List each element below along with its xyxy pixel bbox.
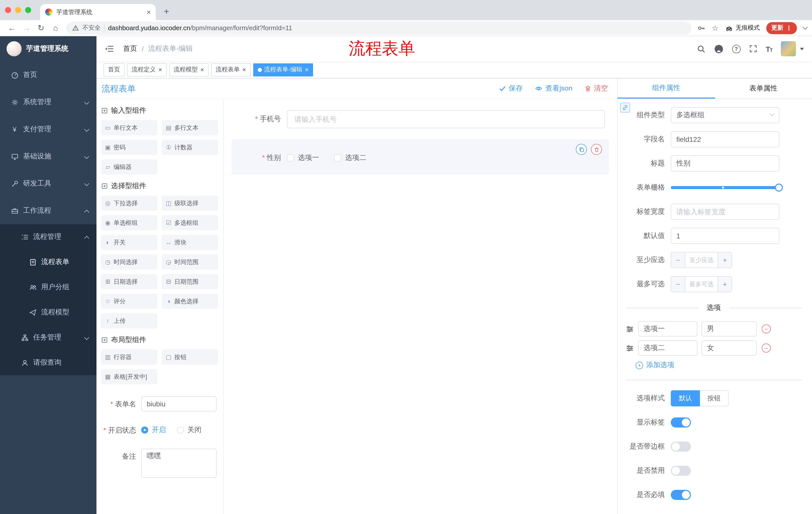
close-tab-icon[interactable]: × — [147, 8, 151, 16]
label-width-input[interactable] — [671, 204, 779, 220]
palette-item-cascader[interactable]: ◫级联选择 — [162, 196, 218, 211]
new-tab-button[interactable]: + — [164, 7, 169, 16]
increase-icon[interactable]: + — [718, 277, 732, 292]
close-icon[interactable]: × — [200, 66, 204, 73]
form-grid-slider[interactable] — [671, 180, 779, 196]
palette-item-time-range[interactable]: ◶时间范围 — [162, 254, 218, 270]
save-button[interactable]: 保存 — [499, 84, 523, 93]
tag-process-form[interactable]: 流程表单× — [211, 63, 251, 76]
component-type-select[interactable]: 多选框组 — [671, 107, 779, 123]
address-bar[interactable]: 不安全 dashboard.yudao.iocoder.cn/bpm/manag… — [66, 21, 691, 34]
style-button-button[interactable]: 按钮 — [700, 390, 729, 406]
style-default-button[interactable]: 默认 — [671, 390, 700, 406]
tag-home[interactable]: 首页 — [104, 63, 125, 76]
palette-item-table[interactable]: ▦表格[开发中] — [101, 369, 157, 384]
slider-handle[interactable] — [775, 184, 783, 192]
palette-item-date-picker[interactable]: ⊞日期选择 — [101, 274, 157, 289]
form-name-input[interactable] — [141, 396, 216, 411]
drag-handle-icon[interactable] — [626, 325, 634, 333]
palette-item-select[interactable]: ◎下拉选择 — [101, 196, 157, 211]
home-icon[interactable]: ⌂ — [49, 21, 62, 34]
user-avatar[interactable] — [781, 41, 796, 56]
disabled-switch[interactable] — [671, 466, 691, 476]
tag-process-form-edit[interactable]: 流程表单-编辑× — [253, 63, 313, 76]
required-switch[interactable] — [671, 490, 691, 500]
palette-item-row-container[interactable]: ▥行容器 — [101, 350, 157, 364]
decrease-icon[interactable]: − — [671, 252, 685, 268]
palette-item-color-picker[interactable]: ◑颜色选择 — [162, 294, 218, 309]
option-value-input[interactable] — [701, 341, 757, 356]
sidebar-item-payment[interactable]: ¥ 支付管理 — [0, 116, 96, 143]
tab-component-props[interactable]: 组件属性 — [617, 78, 715, 99]
palette-item-upload[interactable]: ↑上传 — [101, 313, 157, 328]
palette-item-single-line-text[interactable]: ▭单行文本 — [101, 120, 157, 135]
sidebar-item-task-management[interactable]: 任务管理 — [0, 325, 96, 350]
tag-process-definition[interactable]: 流程定义× — [127, 63, 167, 76]
palette-item-password[interactable]: ▣密码 — [101, 140, 157, 155]
close-icon[interactable]: × — [242, 66, 246, 73]
forward-icon[interactable]: → — [20, 21, 33, 34]
decrease-icon[interactable]: − — [671, 277, 685, 292]
gender-option2-checkbox[interactable]: 选项二 — [334, 154, 366, 162]
sidebar-item-infrastructure[interactable]: 基础设施 — [0, 143, 96, 170]
palette-item-time-picker[interactable]: ◷时间选择 — [101, 254, 157, 270]
minimize-window-button[interactable] — [15, 7, 21, 13]
border-switch[interactable] — [671, 441, 691, 452]
widget-phone[interactable]: 手机号 — [232, 105, 609, 133]
remove-option-icon[interactable]: − — [762, 344, 771, 353]
palette-item-slider[interactable]: ↔滑块 — [162, 235, 218, 250]
status-on-radio[interactable]: 开启 — [141, 426, 166, 435]
title-input[interactable] — [671, 155, 779, 171]
tab-form-props[interactable]: 表单属性 — [715, 78, 812, 99]
min-select-input[interactable] — [685, 252, 718, 268]
palette-item-radio-group[interactable]: ◉单选框组 — [101, 215, 157, 231]
gender-option1-checkbox[interactable]: 选项一 — [287, 154, 319, 162]
option-label-input[interactable] — [638, 321, 697, 336]
security-label[interactable]: 不安全 — [82, 24, 100, 32]
sidebar-toggle-icon[interactable] — [105, 45, 114, 53]
fullscreen-icon[interactable] — [749, 45, 757, 53]
sidebar-item-leave-query[interactable]: 请假查询 — [0, 350, 96, 375]
increase-icon[interactable]: + — [718, 252, 732, 268]
search-icon[interactable] — [697, 45, 705, 53]
palette-item-checkbox-group[interactable]: ☑多选框组 — [162, 215, 218, 231]
copy-widget-button[interactable] — [576, 144, 587, 155]
drag-handle-icon[interactable] — [626, 344, 634, 352]
sidebar-item-devtools[interactable]: 研发工具 — [0, 170, 96, 197]
key-icon[interactable] — [697, 24, 705, 32]
option-label-input[interactable] — [638, 341, 697, 356]
close-window-button[interactable] — [5, 7, 11, 13]
close-icon[interactable]: × — [305, 66, 309, 73]
slider-track[interactable] — [671, 186, 779, 189]
max-select-input[interactable] — [685, 277, 718, 292]
palette-item-multi-line-text[interactable]: ▤多行文本 — [162, 120, 218, 135]
palette-item-date-range[interactable]: ⊟日期范围 — [162, 274, 218, 289]
widget-gender-selected[interactable]: 性别 选项一 选项二 — [232, 139, 609, 174]
sidebar-item-process-management[interactable]: 流程管理 — [0, 224, 96, 249]
sidebar-item-home[interactable]: 首页 — [0, 61, 96, 88]
sidebar-item-process-model[interactable]: 流程模型 — [0, 300, 96, 325]
close-icon[interactable]: × — [158, 66, 162, 73]
bookmark-star-icon[interactable]: ☆ — [712, 23, 719, 32]
link-icon[interactable] — [620, 103, 630, 113]
remove-option-icon[interactable]: − — [762, 324, 771, 333]
phone-input[interactable] — [287, 110, 605, 128]
zoom-window-button[interactable] — [25, 7, 31, 13]
sidebar-item-system[interactable]: 系统管理 — [0, 88, 96, 116]
sidebar-item-user-group[interactable]: 用户分组 — [0, 275, 96, 300]
sidebar-item-workflow[interactable]: 工作流程 — [0, 197, 96, 224]
view-json-button[interactable]: 查看json — [535, 84, 572, 93]
back-icon[interactable]: ← — [5, 21, 19, 34]
default-value-input[interactable] — [671, 228, 779, 244]
add-option-button[interactable]: + 添加选项 — [636, 360, 802, 370]
breadcrumb-home[interactable]: 首页 — [123, 44, 137, 53]
browser-tab[interactable]: 芋道管理系统 × — [40, 4, 156, 20]
palette-item-switch[interactable]: ◐开关 — [101, 235, 157, 250]
browser-menu-chevron-icon[interactable] — [803, 25, 808, 30]
palette-item-editor[interactable]: ▱编辑器 — [101, 159, 157, 174]
browser-update-button[interactable]: 更新 ⋮ — [766, 22, 797, 34]
reload-icon[interactable]: ↻ — [34, 21, 48, 34]
palette-item-counter[interactable]: ①计数器 — [162, 140, 218, 155]
palette-item-rate[interactable]: ☆评分 — [101, 294, 157, 309]
font-size-icon[interactable]: TT — [765, 45, 772, 53]
